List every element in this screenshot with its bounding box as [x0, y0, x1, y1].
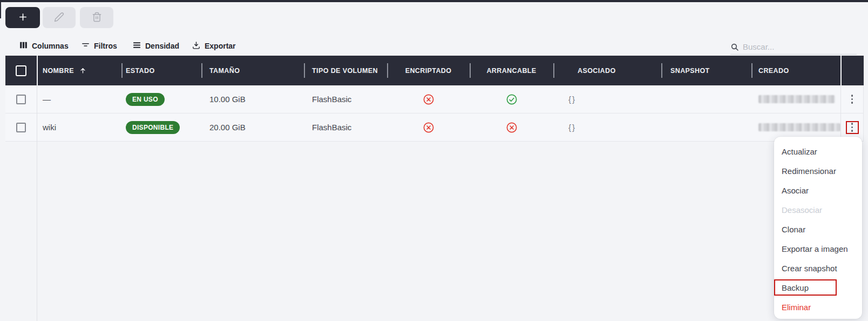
arrancable-status-icon: [506, 93, 518, 105]
row-context-menu: Actualizar Redimensionar Asociar Desasoc…: [774, 137, 862, 319]
menu-item-crear-snapshot[interactable]: Crear snapshot: [774, 259, 862, 278]
encriptado-status-icon: [423, 122, 435, 133]
cell-tipo-de-volumen: FlashBasic: [304, 85, 387, 113]
header-asociado[interactable]: ASOCIADO: [553, 56, 661, 85]
cell-tamano: 10.00 GiB: [201, 85, 304, 113]
table-row: — EN USO 10.00 GiB FlashBasic {}: [5, 85, 864, 113]
cell-nombre: wiki: [37, 113, 121, 141]
header-actions: [840, 56, 864, 85]
search-input[interactable]: [743, 42, 857, 51]
filter-icon: [81, 41, 90, 51]
created-redacted: [758, 123, 840, 131]
edit-volume-button[interactable]: [43, 7, 76, 28]
density-icon: [132, 41, 141, 51]
cell-snapshot: [661, 113, 751, 141]
columns-label: Columnas: [32, 42, 69, 50]
pencil-icon: [54, 12, 64, 24]
header-estado[interactable]: ESTADO: [121, 56, 201, 85]
actions-column-divider: [840, 85, 841, 142]
status-badge: DISPONIBLE: [126, 121, 180, 134]
menu-item-eliminar[interactable]: Eliminar: [774, 298, 862, 317]
export-button[interactable]: Exportar: [192, 39, 236, 53]
created-redacted: [758, 95, 835, 103]
filters-label: Filtros: [94, 42, 117, 50]
header-tamano[interactable]: TAMAÑO: [201, 56, 304, 85]
plus-icon: [18, 12, 28, 23]
density-label: Densidad: [145, 42, 179, 50]
cell-snapshot: [661, 85, 751, 113]
row-checkbox[interactable]: [16, 95, 26, 104]
menu-item-actualizar[interactable]: Actualizar: [774, 142, 862, 162]
encriptado-status-icon: [423, 93, 435, 105]
header-nombre[interactable]: NOMBRE: [37, 56, 121, 85]
delete-volume-button[interactable]: [80, 7, 113, 28]
menu-item-redimensionar[interactable]: Redimensionar: [774, 162, 862, 181]
row-actions-kebab-button[interactable]: [849, 92, 856, 106]
cell-tipo-de-volumen: FlashBasic: [304, 113, 387, 141]
menu-item-clonar[interactable]: Clonar: [774, 220, 862, 239]
filters-button[interactable]: Filtros: [81, 39, 117, 53]
menu-item-exportar-a-imagen[interactable]: Exportar a imagen: [774, 239, 862, 259]
search-icon: [730, 43, 739, 51]
top-edge-strip: [0, 0, 868, 2]
row-actions-kebab-button[interactable]: [849, 120, 856, 135]
search-field: [730, 39, 857, 55]
header-encriptado[interactable]: ENCRIPTADO: [387, 56, 470, 85]
header-creado[interactable]: CREADO: [751, 56, 840, 85]
arrancable-status-icon: [506, 122, 518, 133]
add-volume-button[interactable]: [5, 7, 40, 28]
table-right-edge: [863, 85, 864, 142]
select-all-checkbox[interactable]: [16, 65, 26, 76]
header-snapshot[interactable]: SNAPSHOT: [661, 56, 751, 85]
select-column-divider: [37, 85, 37, 321]
row-checkbox[interactable]: [16, 123, 26, 132]
volumes-page: Columnas Filtros Densidad Exportar: [0, 0, 868, 321]
menu-item-desasociar: Desasociar: [774, 200, 862, 220]
trash-icon: [92, 12, 102, 24]
header-tipo-de-volumen[interactable]: TIPO DE VOLUMEN: [304, 56, 387, 85]
cell-tamano: 20.00 GiB: [201, 113, 304, 141]
cell-asociado: {}: [568, 123, 576, 132]
menu-item-backup[interactable]: Backup: [774, 278, 862, 298]
cell-asociado: {}: [568, 95, 576, 104]
table-row: wiki DISPONIBLE 20.00 GiB FlashBasic {}: [5, 113, 864, 142]
density-button[interactable]: Densidad: [132, 39, 179, 53]
table-header-row: NOMBRE ESTADO TAMAÑO TIPO DE VOLUMEN ENC…: [5, 56, 864, 85]
select-all-header-cell: [5, 56, 37, 85]
columns-icon: [19, 41, 28, 51]
columns-button[interactable]: Columnas: [19, 39, 69, 53]
status-badge: EN USO: [126, 93, 165, 106]
left-edge-strip: [0, 0, 1, 18]
volumes-table: NOMBRE ESTADO TAMAÑO TIPO DE VOLUMEN ENC…: [5, 56, 864, 142]
header-arrancable[interactable]: ARRANCABLE: [470, 56, 553, 85]
download-icon: [192, 41, 201, 51]
sort-asc-arrow-icon: [79, 66, 87, 75]
menu-item-asociar[interactable]: Asociar: [774, 181, 862, 200]
cell-nombre: —: [37, 85, 121, 113]
export-label: Exportar: [205, 42, 236, 50]
